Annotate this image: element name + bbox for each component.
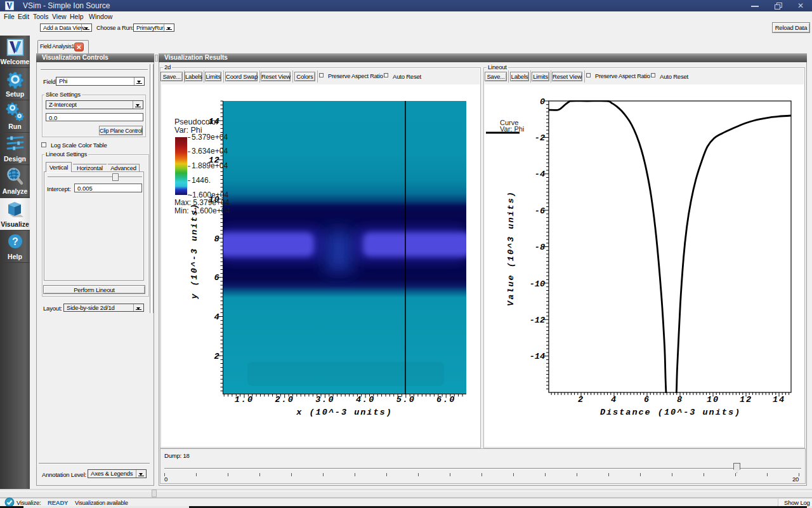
svg-text:-6: -6 [535, 206, 545, 216]
svg-text:5.379e+04: 5.379e+04 [192, 133, 228, 142]
svg-text:2: 2 [578, 395, 584, 404]
svg-text:Var: Phi: Var: Phi [500, 125, 524, 133]
svg-text:x (10^-3 units): x (10^-3 units) [296, 408, 393, 417]
svg-text:Max: 5.379e+04: Max: 5.379e+04 [174, 198, 230, 207]
svg-text:-10: -10 [530, 279, 545, 289]
svg-text:3.634e+04: 3.634e+04 [192, 147, 228, 156]
svg-text:Min: -1.600e+04: Min: -1.600e+04 [174, 206, 230, 215]
svg-text:1.0: 1.0 [235, 395, 254, 404]
svg-text:4: 4 [214, 312, 219, 322]
svg-text:y (10^-3 units): y (10^-3 units) [190, 203, 199, 300]
svg-text:8: 8 [214, 234, 219, 244]
svg-text:Value (10^3 units): Value (10^3 units) [506, 190, 516, 306]
svg-text:-4: -4 [535, 170, 545, 179]
svg-text:10: 10 [707, 395, 719, 404]
svg-text:4: 4 [611, 395, 617, 404]
svg-text:Distance (10^-3 units): Distance (10^-3 units) [600, 408, 741, 417]
svg-text:14: 14 [209, 117, 219, 126]
svg-text:12: 12 [740, 395, 752, 404]
svg-text:10: 10 [209, 195, 219, 204]
svg-text:5.0: 5.0 [396, 395, 416, 404]
svg-text:2: 2 [214, 352, 219, 361]
svg-text:8: 8 [677, 395, 683, 404]
svg-text:2.0: 2.0 [275, 395, 294, 404]
svg-text:0: 0 [540, 97, 545, 107]
svg-text:6: 6 [644, 395, 650, 404]
svg-text:-14: -14 [530, 352, 545, 361]
svg-text:14: 14 [773, 395, 785, 404]
svg-text:-12: -12 [530, 316, 545, 325]
svg-text:12: 12 [209, 156, 219, 165]
svg-text:3.0: 3.0 [315, 395, 334, 404]
svg-text:4.0: 4.0 [356, 395, 375, 404]
svg-text:1446.: 1446. [192, 176, 211, 185]
svg-text:6.0: 6.0 [436, 395, 455, 404]
svg-text:?: ? [12, 236, 18, 247]
svg-text:-8: -8 [535, 243, 545, 252]
svg-text:-2: -2 [535, 133, 545, 143]
svg-text:6: 6 [214, 273, 219, 283]
